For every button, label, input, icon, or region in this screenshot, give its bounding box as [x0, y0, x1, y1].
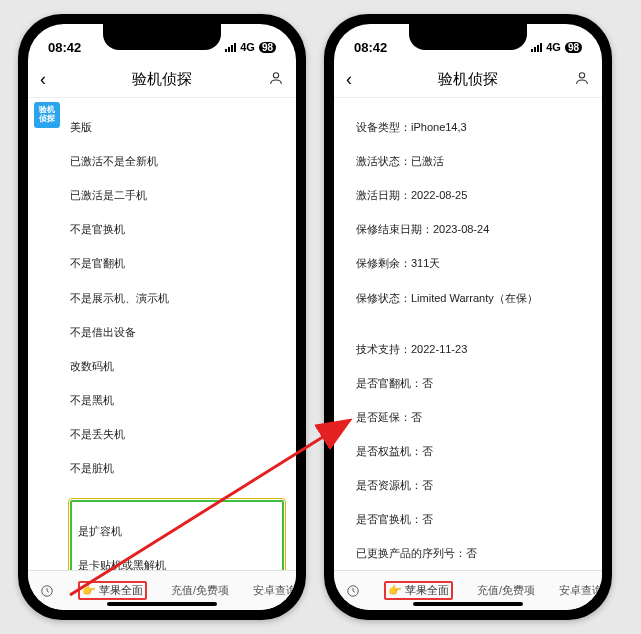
tab-android[interactable]: 安卓查询 — [241, 583, 296, 598]
user-icon[interactable] — [574, 70, 590, 90]
notch — [103, 24, 221, 50]
info-line: 美版 — [70, 119, 284, 136]
info-line: 是否官翻机：否 — [356, 375, 590, 392]
phone-right: 08:42 4G 98 ‹ 验机侦探 设备类型：iPhone14,3 激活状态：… — [324, 14, 612, 620]
verdict-line: 是卡贴机或黑解机 — [78, 557, 276, 570]
info-line: 不是脏机 — [70, 460, 284, 477]
status-network: 4G — [240, 41, 255, 53]
info-line: 是否权益机：否 — [356, 443, 590, 460]
info-line: 保修状态：Limited Warranty（在保） — [356, 290, 590, 307]
signal-icon — [531, 43, 542, 52]
back-icon[interactable]: ‹ — [40, 69, 46, 90]
tab-recharge[interactable]: 充值/免费项 — [159, 583, 241, 598]
verdict-line: 是扩容机 — [78, 523, 276, 540]
info-line: 技术支持：2022-11-23 — [356, 341, 590, 358]
info-line: 已更换产品的序列号：否 — [356, 545, 590, 562]
battery-icon: 98 — [565, 42, 582, 53]
info-line: 不是借出设备 — [70, 324, 284, 341]
info-line: 是否资源机：否 — [356, 477, 590, 494]
info-line: 不是官翻机 — [70, 255, 284, 272]
info-line: 是否官换机：否 — [356, 511, 590, 528]
svg-point-2 — [579, 72, 584, 77]
verdict-box: 是扩容机 是卡贴机或黑解机 经鉴定：手机实际容量应该是128GB 不是 1024… — [70, 500, 284, 570]
status-time: 08:42 — [354, 40, 387, 55]
info-line: 不是丢失机 — [70, 426, 284, 443]
nav-bar: ‹ 验机侦探 — [334, 62, 602, 98]
info-line: 保修剩余：311天 — [356, 255, 590, 272]
svg-point-0 — [273, 72, 278, 77]
status-network: 4G — [546, 41, 561, 53]
home-indicator[interactable] — [107, 602, 217, 606]
home-indicator[interactable] — [413, 602, 523, 606]
status-time: 08:42 — [48, 40, 81, 55]
user-icon[interactable] — [268, 70, 284, 90]
tab-apple[interactable]: 👉苹果全面 — [66, 581, 159, 600]
info-line: 激活状态：已激活 — [356, 153, 590, 170]
tab-recharge[interactable]: 充值/免费项 — [465, 583, 547, 598]
notch — [409, 24, 527, 50]
info-line: 保修结束日期：2023-08-24 — [356, 221, 590, 238]
nav-title: 验机侦探 — [438, 70, 498, 89]
info-line: 不是官换机 — [70, 221, 284, 238]
info-line: 设备类型：iPhone14,3 — [356, 119, 590, 136]
app-badge: 验机 侦探 — [34, 102, 60, 128]
tab-menu-icon[interactable] — [334, 584, 372, 598]
battery-icon: 98 — [259, 42, 276, 53]
info-line: 已激活是二手机 — [70, 187, 284, 204]
info-line: 已激活不是全新机 — [70, 153, 284, 170]
info-line: 改数码机 — [70, 358, 284, 375]
nav-title: 验机侦探 — [132, 70, 192, 89]
pointer-icon: 👉 — [388, 584, 402, 597]
pointer-icon: 👉 — [82, 584, 96, 597]
back-icon[interactable]: ‹ — [346, 69, 352, 90]
tab-menu-icon[interactable] — [28, 584, 66, 598]
nav-bar: ‹ 验机侦探 — [28, 62, 296, 98]
info-line: 不是黑机 — [70, 392, 284, 409]
phone-left: 08:42 4G 98 ‹ 验机侦探 验机 侦探 美版 已激活不是全新机 — [18, 14, 306, 620]
signal-icon — [225, 43, 236, 52]
info-line: 激活日期：2022-08-25 — [356, 187, 590, 204]
info-line: 不是展示机、演示机 — [70, 290, 284, 307]
tab-android[interactable]: 安卓查询 — [547, 583, 602, 598]
tab-apple[interactable]: 👉苹果全面 — [372, 581, 465, 600]
info-line: 是否延保：否 — [356, 409, 590, 426]
